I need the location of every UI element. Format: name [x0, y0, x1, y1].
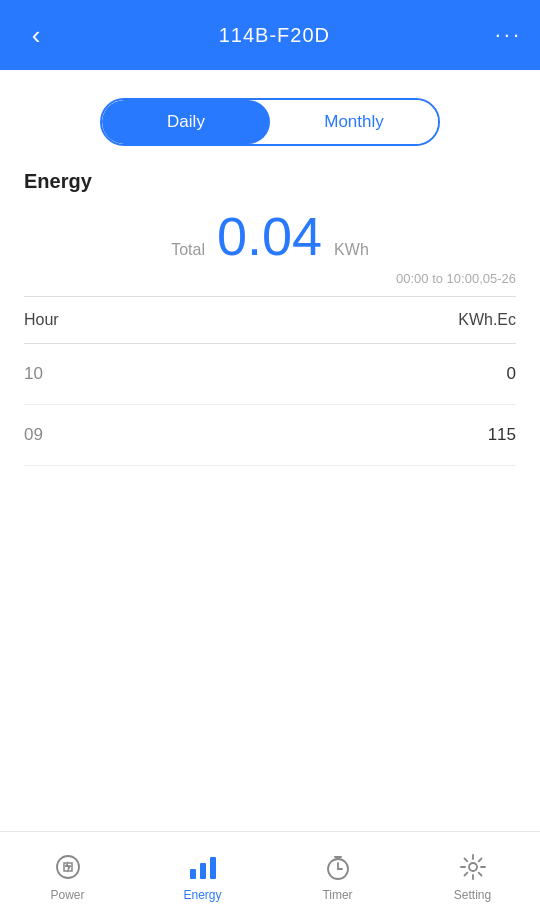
- table-header: Hour KWh.Ec: [24, 297, 516, 344]
- nav-energy-label: Energy: [183, 888, 221, 902]
- svg-rect-3: [200, 863, 206, 879]
- energy-unit: KWh: [334, 241, 369, 259]
- row-hour: 10: [24, 364, 43, 384]
- section-title: Energy: [24, 170, 516, 193]
- time-range: 00:00 to 10:00,05-26: [24, 271, 516, 286]
- nav-power-label: Power: [50, 888, 84, 902]
- main-content: Energy Total 0.04 KWh 00:00 to 10:00,05-…: [0, 170, 540, 466]
- menu-button[interactable]: ···: [495, 22, 522, 48]
- svg-rect-2: [190, 869, 196, 879]
- table-row: 10 0: [24, 344, 516, 405]
- monthly-tab[interactable]: Monthly: [270, 100, 438, 144]
- row-value: 0: [507, 364, 516, 384]
- svg-rect-4: [210, 857, 216, 879]
- energy-value: 0.04: [217, 209, 322, 263]
- row-value: 115: [488, 425, 516, 445]
- back-button[interactable]: ‹: [18, 20, 54, 51]
- view-toggle: Daily Monthly: [0, 98, 540, 146]
- total-label: Total: [171, 241, 205, 259]
- nav-power[interactable]: Power: [0, 851, 135, 902]
- table-body: 10 0 09 115: [24, 344, 516, 466]
- nav-timer[interactable]: Timer: [270, 851, 405, 902]
- daily-tab[interactable]: Daily: [102, 100, 270, 144]
- nav-timer-label: Timer: [322, 888, 352, 902]
- header: ‹ 114B-F20D ···: [0, 0, 540, 70]
- setting-icon: [457, 851, 489, 883]
- row-hour: 09: [24, 425, 43, 445]
- nav-energy[interactable]: Energy: [135, 851, 270, 902]
- nav-setting[interactable]: Setting: [405, 851, 540, 902]
- svg-point-10: [469, 863, 477, 871]
- toggle-pill: Daily Monthly: [100, 98, 440, 146]
- table-row: 09 115: [24, 405, 516, 466]
- header-title: 114B-F20D: [219, 24, 330, 47]
- power-icon: [52, 851, 84, 883]
- energy-total-row: Total 0.04 KWh: [24, 209, 516, 263]
- nav-setting-label: Setting: [454, 888, 491, 902]
- timer-icon: [322, 851, 354, 883]
- col-kwh-header: KWh.Ec: [458, 311, 516, 329]
- energy-chart-icon: [187, 851, 219, 883]
- bottom-navigation: Power Energy Timer: [0, 831, 540, 921]
- col-hour-header: Hour: [24, 311, 59, 329]
